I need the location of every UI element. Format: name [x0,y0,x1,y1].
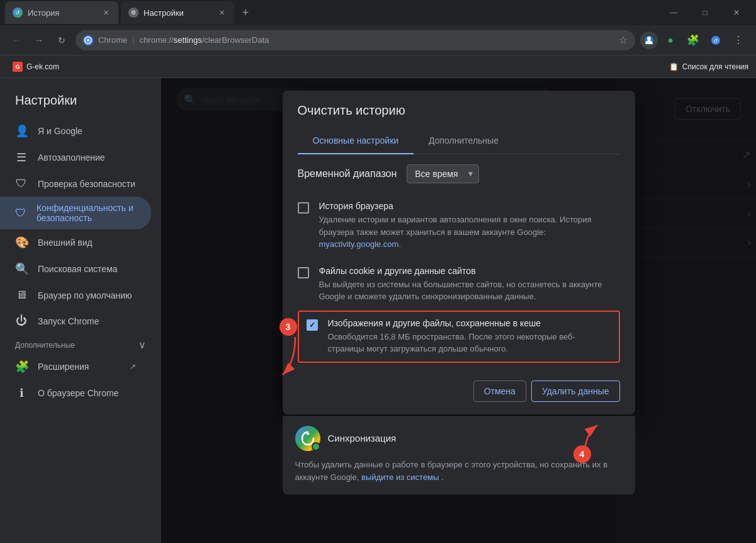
close-button[interactable]: ✕ [722,3,751,22]
content-area: 🔍 Отключить ↗ › › › [161,78,756,543]
tab-history-icon: ↺ [13,8,23,18]
time-range-label: Временной диапазон [298,168,397,180]
about-icon: ℹ [15,386,28,400]
extensions-external-icon: ↗ [130,362,136,371]
logout-link[interactable]: выйдите из системы [361,472,439,482]
back-button[interactable]: ← [8,31,25,49]
overlay: Очистить историю Основные настройки Допо… [161,78,756,543]
sidebar-item-me-google[interactable]: 👤 Я и Google [0,118,151,144]
extensions-icon[interactable]: 🧩 [683,30,703,50]
extension-update-icon[interactable]: ● [660,30,680,50]
sidebar-section-additional: Дополнительные ∨ [0,334,161,353]
title-bar: ↺ История ✕ ⚙ Настройки ✕ + — □ ✕ [0,0,756,25]
svg-point-1 [87,39,89,42]
tab-settings[interactable]: ⚙ Настройки ✕ [121,1,234,24]
time-range-row: Временной диапазон Все время ▼ [298,164,620,183]
minimize-button[interactable]: — [659,3,688,22]
tab-history-label: История [28,8,59,18]
sidebar-item-extensions[interactable]: 🧩 Расширения ↗ [0,353,151,380]
reading-list-icon: 📋 [669,62,679,71]
url-favicon [83,35,93,45]
section-chevron-icon[interactable]: ∨ [138,339,146,351]
search-engine-icon: 🔍 [15,262,28,276]
cookies-content: Файлы cookie и другие данные сайтов Вы в… [319,266,620,303]
cookies-desc: Вы выйдете из системы на большинстве сай… [319,278,620,303]
sidebar-item-appearance[interactable]: 🎨 Внешний вид [0,229,151,256]
sidebar-item-browser[interactable]: 🖥 Браузер по умолчанию [0,282,151,308]
dialog-tab-basic[interactable]: Основные настройки [298,128,414,154]
step4-annotation: 4 [566,422,604,460]
dialog-title: Очистить историю [298,103,620,118]
startup-icon: ⏻ [15,314,28,328]
dialog-tabs: Основные настройки Дополнительные [298,128,620,154]
sidebar: Настройки 👤 Я и Google ☰ Автозаполнение … [0,78,161,543]
forward-button[interactable]: → [30,31,48,49]
time-range-select[interactable]: Все время [407,164,479,183]
maximize-button[interactable]: □ [691,3,719,22]
sidebar-item-appearance-label: Внешний вид [38,237,93,248]
bookmark-favicon: G [13,62,23,72]
reading-list-label: Список для чтения [682,62,748,71]
cancel-button[interactable]: Отмена [473,380,526,402]
checkbox-item-browser-history: История браузера Удаление истории и вари… [298,193,620,258]
bookmark-star-icon[interactable]: ☆ [619,34,628,46]
myactivity-link[interactable]: myactivity.google.com [319,239,399,249]
cache-desc: Освободится 16,8 МБ пространства. После … [328,331,611,355]
time-range-select-wrapper: Все время ▼ [407,164,479,183]
sidebar-item-privacy[interactable]: 🛡 Конфиденциальность и безопасность [0,197,151,229]
sidebar-item-startup-label: Запуск Chrome [38,316,99,326]
sync-description: Чтобы удалить данные о работе в браузере… [295,459,623,485]
step3-badge: 3 [279,318,297,336]
dialog-header: Очистить историю Основные настройки Допо… [283,91,635,154]
browser-history-title: История браузера [319,201,620,211]
tab-history-close[interactable]: ✕ [101,8,111,18]
svg-text:↺: ↺ [713,38,718,44]
dialog-container: Очистить историю Основные настройки Допо… [283,91,635,494]
checkbox-item-cache: Изображения и другие файлы, сохраненные … [298,311,620,363]
sync-title: Синхронизация [328,433,397,443]
tab-history[interactable]: ↺ История ✕ [5,1,118,24]
sidebar-item-about[interactable]: ℹ О браузере Chrome [0,380,151,406]
dialog-tab-advanced[interactable]: Дополнительные [414,128,514,154]
bookmark-bar: G G-ek.com 📋 Список для чтения [0,55,756,78]
appearance-icon: 🎨 [15,236,28,249]
url-brand: Chrome [98,35,127,45]
clear-history-dialog: Очистить историю Основные настройки Допо… [283,91,635,414]
sidebar-item-security[interactable]: 🛡 Проверка безопасности [0,171,151,197]
dialog-body: Временной диапазон Все время ▼ [283,154,635,373]
new-tab-button[interactable]: + [237,4,254,21]
chrome-labs-icon[interactable]: ↺ [706,30,726,50]
delete-button[interactable]: Удалить данные [531,380,620,402]
sidebar-item-about-label: О браузере Chrome [38,388,119,398]
step4-badge: 4 [573,445,591,463]
sidebar-item-me-google-label: Я и Google [38,126,82,136]
privacy-icon: 🛡 [15,207,26,220]
sidebar-item-search[interactable]: 🔍 Поисковая система [0,256,151,282]
sidebar-item-privacy-label: Конфиденциальность и безопасность [37,203,136,223]
browser-history-content: История браузера Удаление истории и вари… [319,201,620,251]
sync-avatar-wrapper [295,426,320,451]
step3-arrow-svg [276,331,314,381]
reload-button[interactable]: ↻ [53,31,71,49]
sidebar-section-label: Дополнительные [15,341,75,350]
security-icon: 🛡 [15,177,28,190]
sidebar-item-autofill[interactable]: ☰ Автозаполнение [0,144,151,171]
menu-icon[interactable]: ⋮ [728,30,748,50]
sidebar-item-startup[interactable]: ⏻ Запуск Chrome [0,308,151,334]
browser-history-desc: Удаление истории и вариантов автозаполне… [319,214,620,251]
main-layout: Настройки 👤 Я и Google ☰ Автозаполнение … [0,78,756,543]
checkbox-cache[interactable] [307,319,318,331]
sidebar-title: Настройки [0,88,161,118]
url-text: chrome://settings/clearBrowserData [140,35,269,45]
checkbox-item-cookies: Файлы cookie и другие данные сайтов Вы в… [298,258,620,311]
extensions-sidebar-icon: 🧩 [15,360,28,374]
tab-settings-close[interactable]: ✕ [217,8,227,18]
toolbar-icons: ● 🧩 ↺ ⋮ [640,30,748,50]
url-bar[interactable]: Chrome | chrome://settings/clearBrowserD… [76,30,635,50]
checkbox-browser-history[interactable] [298,202,309,214]
checkbox-cookies[interactable] [298,267,309,278]
reading-list-button[interactable]: 📋 Список для чтения [669,62,748,71]
profile-icon[interactable] [640,31,658,49]
window-controls: — □ ✕ [659,3,751,22]
bookmark-gek[interactable]: G G-ek.com [8,59,64,74]
